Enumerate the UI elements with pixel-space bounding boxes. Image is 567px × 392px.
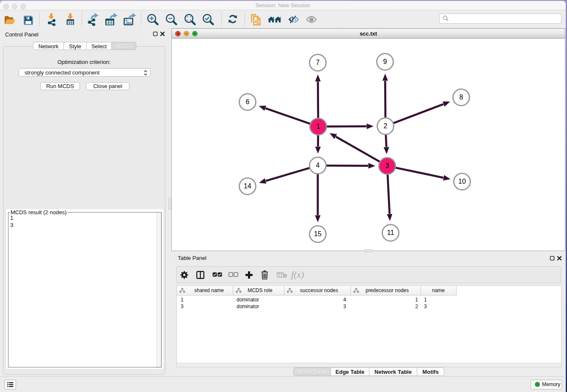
svg-text:9: 9	[383, 58, 387, 65]
svg-text:7: 7	[316, 59, 320, 66]
svg-text:15: 15	[314, 230, 322, 237]
svg-text:4: 4	[316, 162, 320, 169]
svg-text:6: 6	[246, 98, 250, 105]
svg-text:14: 14	[244, 182, 251, 190]
svg-text:10: 10	[458, 178, 466, 185]
svg-text:11: 11	[387, 229, 394, 236]
svg-text:3: 3	[385, 162, 389, 169]
svg-text:1: 1	[317, 123, 320, 130]
svg-text:8: 8	[460, 94, 463, 101]
svg-text:2: 2	[384, 122, 388, 130]
